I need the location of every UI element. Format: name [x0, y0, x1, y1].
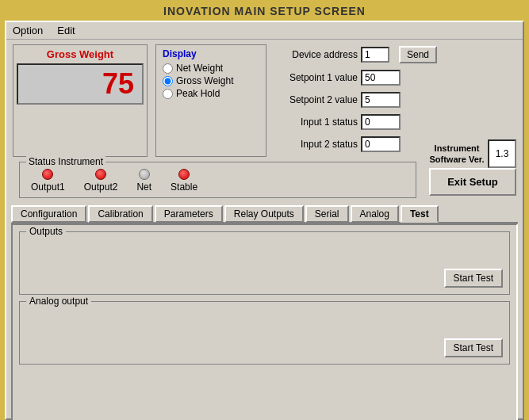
status-output2: Output2: [84, 169, 118, 193]
led-stable: [178, 169, 190, 180]
display-group-title: Display: [163, 48, 259, 59]
tab-relay-outputs[interactable]: Relay Outputs: [224, 205, 304, 223]
menu-edit[interactable]: Edit: [54, 24, 78, 37]
display-group: Display Net Weight Gross Weight Peak Hol…: [155, 44, 266, 157]
gross-weight-value: 75: [102, 67, 134, 101]
tab-calibration-label: Calibration: [98, 208, 143, 220]
tab-content-area: Outputs Start Test Analog output Start T…: [11, 223, 518, 420]
setpoint1-row: Setpoint 1 value: [274, 70, 516, 86]
title-bar: INOVATION MAIN SETUP SCREEN: [0, 0, 529, 21]
gross-weight-title: Gross Weight: [17, 48, 144, 60]
status-net: Net: [136, 169, 151, 193]
menubar: Option Edit: [6, 22, 523, 40]
status-stable: Stable: [171, 169, 197, 193]
radio-gross-weight-row: Gross Weight: [163, 75, 259, 86]
tab-analog-label: Analog: [360, 208, 389, 220]
device-address-row: Device address Send: [274, 46, 516, 63]
radio-gross-weight[interactable]: [163, 76, 173, 86]
radio-net-weight-label: Net Weight: [176, 63, 223, 74]
outputs-start-test-button[interactable]: Start Test: [444, 269, 503, 288]
tab-test[interactable]: Test: [401, 205, 439, 223]
setpoint2-input[interactable]: [361, 92, 401, 108]
outputs-box: Outputs Start Test: [19, 231, 510, 295]
gross-weight-display: 75: [17, 63, 144, 105]
setpoint2-label: Setpoint 2 value: [274, 94, 358, 105]
tab-test-label: Test: [410, 208, 429, 220]
tab-relay-outputs-label: Relay Outputs: [234, 208, 294, 220]
analog-output-box-title: Analog output: [26, 296, 91, 307]
radio-net-weight[interactable]: [163, 63, 173, 74]
status-output2-label: Output2: [84, 181, 118, 193]
tab-configuration[interactable]: Configuration: [11, 205, 86, 223]
tabs: Configuration Calibration Parameters Rel…: [11, 204, 518, 223]
sw-ver-number: 1.3: [496, 148, 509, 159]
tab-parameters-label: Parameters: [164, 208, 213, 220]
input1-label: Input 1 status: [274, 116, 358, 128]
radio-gross-weight-label: Gross Weight: [176, 75, 233, 86]
input1-input[interactable]: [361, 114, 401, 130]
main-window: Option Edit Gross Weight 75 Display Net …: [5, 21, 524, 420]
tab-analog[interactable]: Analog: [351, 205, 399, 223]
gross-weight-box: Gross Weight 75: [13, 44, 148, 157]
input2-input[interactable]: [361, 136, 401, 152]
outputs-box-title: Outputs: [26, 226, 66, 237]
setpoint1-input[interactable]: [361, 70, 401, 86]
radio-peak-hold-row: Peak Hold: [163, 88, 259, 99]
analog-output-box: Analog output Start Test: [19, 301, 510, 365]
software-version-area: Instrument Software Ver. 1.3: [429, 139, 516, 168]
status-net-label: Net: [136, 181, 151, 193]
sw-ver-value: 1.3: [488, 139, 516, 168]
led-output1: [42, 169, 53, 180]
app-title: INOVATION MAIN SETUP SCREEN: [163, 5, 366, 17]
status-output1-label: Output1: [31, 181, 65, 193]
middle-row: Status Instrument Output1 Output2 Net St…: [6, 162, 523, 201]
tab-parameters[interactable]: Parameters: [155, 205, 223, 223]
setpoint1-label: Setpoint 1 value: [274, 72, 358, 83]
analog-start-test-button[interactable]: Start Test: [444, 338, 503, 357]
send-button[interactable]: Send: [399, 46, 437, 63]
setpoint2-row: Setpoint 2 value: [274, 92, 516, 108]
tab-configuration-label: Configuration: [21, 208, 77, 220]
status-instrument: Status Instrument Output1 Output2 Net St…: [19, 162, 416, 198]
radio-peak-hold[interactable]: [163, 89, 173, 99]
status-stable-label: Stable: [171, 181, 197, 193]
led-output2: [95, 169, 106, 180]
tab-calibration[interactable]: Calibration: [88, 205, 152, 223]
radio-peak-hold-label: Peak Hold: [176, 88, 220, 99]
input2-label: Input 2 status: [274, 139, 358, 150]
device-address-input[interactable]: [361, 47, 389, 63]
menu-option[interactable]: Option: [10, 24, 46, 37]
exit-setup-button[interactable]: Exit Setup: [429, 168, 516, 196]
status-output1: Output1: [31, 169, 65, 193]
radio-net-weight-row: Net Weight: [163, 63, 259, 74]
led-net: [139, 169, 150, 180]
status-instrument-title: Status Instrument: [26, 156, 105, 167]
tab-serial-label: Serial: [315, 208, 339, 220]
input1-row: Input 1 status: [274, 114, 516, 130]
sw-ver-label: Instrument Software Ver.: [429, 143, 485, 166]
device-address-label: Device address: [274, 49, 358, 60]
tab-serial[interactable]: Serial: [305, 205, 349, 223]
